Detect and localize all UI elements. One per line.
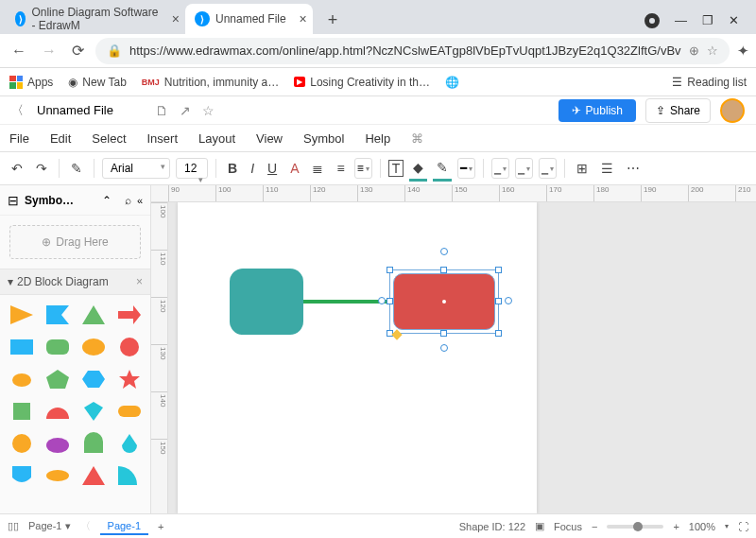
line-color-icon[interactable]: ✎ [433,156,452,182]
collapse-icon[interactable]: « [137,195,143,206]
fontsize-select[interactable]: 12 [176,158,208,179]
resize-handle[interactable] [440,330,447,337]
canvas[interactable] [168,202,756,513]
resize-handle[interactable] [495,298,502,304]
search-icon[interactable]: ⌕ [125,194,131,207]
document-title[interactable]: Unnamed File [37,103,113,117]
group-icon[interactable]: ⊞ [573,157,592,180]
menu-layout[interactable]: Layout [198,131,235,146]
align-objects-icon[interactable]: ☰ [597,157,617,180]
reload-icon[interactable]: ⟳ [68,38,88,63]
menu-select[interactable]: Select [92,131,126,146]
presentation-icon[interactable]: ▣ [535,520,544,532]
more-icon[interactable]: ⋯ [623,157,644,180]
translate-icon[interactable]: ⊕ [689,43,699,58]
publish-button[interactable]: ✈Publish [558,99,636,122]
shape-star[interactable] [115,367,144,391]
shape-pill[interactable] [115,399,144,424]
shape-cylinder[interactable] [8,367,36,391]
text-box-icon[interactable]: T [388,160,404,177]
zoom-label[interactable]: 100% [689,521,715,532]
menu-symbol[interactable]: Symbol [303,131,344,146]
drag-here-dropzone[interactable]: ⊕ Drag Here [9,225,141,259]
teal-rounded-rect[interactable] [230,269,303,335]
menu-insert[interactable]: Insert [147,131,179,146]
close-window-icon[interactable]: ✕ [729,13,739,28]
undo-icon[interactable]: ↶ [8,157,26,180]
shape-rect[interactable] [8,335,36,359]
connection-point[interactable] [440,344,448,352]
resize-handle[interactable] [387,267,393,273]
zoom-slider[interactable] [607,525,663,529]
close-section-icon[interactable]: × [136,275,143,288]
shape-shield[interactable] [8,463,36,488]
shape-halfcircle[interactable] [43,399,72,424]
save-icon[interactable]: 🗋 [155,103,168,118]
shape-lozenge[interactable] [43,463,72,488]
shape-flag[interactable] [43,303,72,327]
chevron-up-icon[interactable]: ⌃ [102,194,112,207]
page-tab[interactable]: Page-1 [100,518,148,535]
line-weight-button[interactable]: ━▾ [457,158,475,179]
redo-icon[interactable]: ↷ [32,157,51,180]
url-input[interactable]: 🔒 https://www.edrawmax.com/online/app.ht… [95,38,730,64]
new-tab-button[interactable]: + [320,7,346,34]
connection-point[interactable] [440,248,448,255]
resize-handle[interactable] [440,267,447,273]
share-button[interactable]: ⇪Share [645,98,711,123]
arrow-start-button[interactable]: ⎯▾ [515,158,533,179]
maximize-icon[interactable]: ❐ [702,13,713,28]
shape-circle[interactable] [115,335,144,359]
menu-edit[interactable]: Edit [50,131,71,146]
browser-tab-2[interactable]: ⟩ Unnamed File × [185,4,313,34]
shape-diamond2[interactable] [79,399,108,424]
shape-tri3[interactable] [79,463,108,488]
underline-icon[interactable]: U [264,157,281,180]
shape-burst[interactable] [8,431,36,456]
account-icon[interactable] [644,13,660,28]
fill-color-icon[interactable]: ◆ [409,156,427,182]
link-icon[interactable]: ⌘ [411,131,423,146]
resize-handle[interactable] [495,267,502,273]
export-icon[interactable]: ↗ [180,103,191,118]
bold-icon[interactable]: B [224,157,241,180]
shape-drop[interactable] [115,431,144,456]
valign-icon[interactable]: ≡ [333,157,348,180]
shape-square[interactable] [8,399,36,424]
shape-cloud[interactable] [43,431,72,456]
section-header[interactable]: ▾ 2D Block Diagram × [0,269,150,295]
star-icon[interactable]: ☆ [707,43,718,58]
connector-style-button[interactable]: ⎯▾ [491,158,509,179]
prev-page-icon[interactable]: 〈 [80,519,91,533]
bookmark-globe[interactable]: 🌐 [445,76,459,89]
font-color-icon[interactable]: A [286,157,302,180]
zoom-out-icon[interactable]: − [592,521,597,532]
menu-file[interactable]: File [9,131,29,146]
back-icon[interactable]: ← [8,39,30,63]
italic-icon[interactable]: I [247,157,258,180]
menu-help[interactable]: Help [365,131,390,146]
focus-button[interactable]: Focus [554,521,582,532]
shape-arrow[interactable] [115,303,144,327]
page-select[interactable]: Page-1 ▾ [28,520,71,532]
connection-point[interactable] [378,297,386,304]
bookmark-newtab[interactable]: ◉New Tab [68,76,126,89]
shape-qcircle[interactable] [115,463,144,488]
close-icon[interactable]: × [172,11,180,26]
shape-triangle[interactable] [8,303,36,327]
user-avatar[interactable] [720,98,745,123]
shape-arch[interactable] [79,431,108,456]
favorite-icon[interactable]: ☆ [202,103,215,118]
fullscreen-icon[interactable]: ⛶ [738,521,748,532]
page[interactable] [178,202,537,513]
shape-hexagon[interactable] [79,367,108,391]
reading-list[interactable]: ☰Reading list [672,76,747,89]
resize-handle[interactable] [495,330,502,337]
add-page-icon[interactable]: + [158,521,163,532]
shape-pentagon[interactable] [43,367,72,391]
shape-triangle2[interactable] [79,303,108,327]
shape-ellipse[interactable] [79,335,108,359]
minimize-icon[interactable]: — [675,13,687,28]
resize-handle[interactable] [387,298,393,304]
bookmark-bmj[interactable]: BMJNutrition, immunity a… [142,76,279,89]
